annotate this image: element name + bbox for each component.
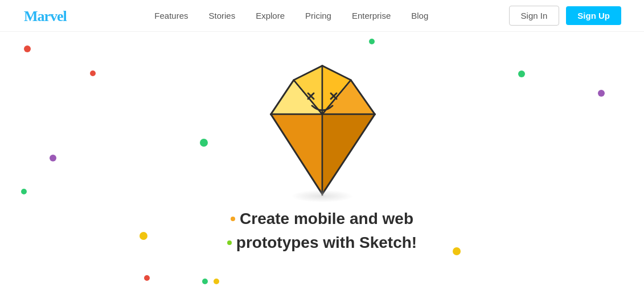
logo: Marvel (23, 5, 74, 27)
nav-blog[interactable]: Blog (411, 11, 428, 20)
svg-marker-7 (271, 114, 322, 194)
svg-marker-8 (322, 114, 375, 194)
sign-in-button[interactable]: Sign In (509, 6, 560, 26)
bullet-1 (231, 217, 235, 221)
nav-explore[interactable]: Explore (256, 11, 285, 20)
decorative-dot-7 (369, 39, 375, 44)
nav-pricing[interactable]: Pricing (305, 11, 331, 20)
decorative-dot-6 (144, 275, 150, 281)
decorative-dot-1 (90, 70, 96, 76)
decorative-dot-8 (518, 70, 525, 77)
hero-line-2: prototypes with Sketch! (236, 232, 417, 254)
decorative-dot-12 (202, 279, 208, 284)
svg-text:Marvel: Marvel (24, 8, 67, 24)
nav-stories[interactable]: Stories (209, 11, 236, 20)
nav-links: Features Stories Explore Pricing Enterpr… (154, 11, 428, 21)
decorative-dot-4 (140, 232, 147, 240)
navbar: Marvel Features Stories Explore Pricing … (0, 0, 644, 32)
hero-text: Create mobile and web prototypes with Sk… (227, 208, 417, 254)
nav-features[interactable]: Features (154, 11, 188, 20)
decorative-dot-2 (50, 155, 56, 161)
decorative-dot-0 (24, 45, 31, 52)
main-content: Create mobile and web prototypes with Sk… (0, 32, 644, 303)
decorative-dot-9 (598, 90, 605, 97)
sign-up-button[interactable]: Sign Up (566, 6, 621, 25)
decorative-dot-5 (200, 139, 208, 147)
decorative-dot-10 (453, 247, 461, 255)
bullet-2 (227, 240, 232, 245)
decorative-dot-3 (21, 189, 27, 194)
diamond-illustration (248, 49, 396, 197)
nav-enterprise[interactable]: Enterprise (352, 11, 391, 20)
decorative-dot-11 (214, 279, 219, 284)
nav-buttons: Sign In Sign Up (509, 6, 621, 26)
hero-line-1: Create mobile and web (240, 208, 413, 230)
